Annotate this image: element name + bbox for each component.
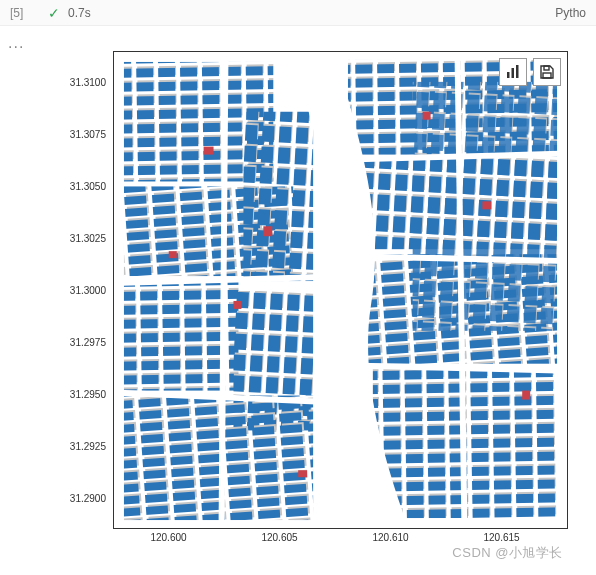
svg-rect-32 (507, 72, 510, 78)
cell-gutter-menu[interactable]: ··· (8, 38, 24, 56)
svg-rect-17 (204, 147, 214, 155)
svg-rect-11 (243, 112, 313, 281)
svg-rect-33 (512, 68, 515, 78)
svg-rect-23 (522, 391, 530, 400)
map-plot[interactable] (113, 51, 568, 529)
y-tick-label: 31.3000 (70, 285, 106, 296)
svg-rect-36 (543, 73, 551, 78)
chart-mode-button[interactable] (499, 58, 527, 86)
y-tick-label: 31.3050 (70, 181, 106, 192)
kernel-label: Pytho (555, 6, 586, 20)
svg-rect-35 (544, 66, 549, 70)
y-tick-label: 31.2975 (70, 337, 106, 348)
svg-rect-19 (233, 301, 241, 309)
y-tick-label: 31.2925 (70, 440, 106, 451)
execution-time: 0.7s (68, 6, 91, 20)
svg-rect-10 (124, 396, 313, 520)
cell-header: [5] ✓ 0.7s Pytho (0, 0, 596, 26)
svg-rect-18 (263, 226, 272, 236)
svg-line-25 (114, 277, 323, 283)
svg-rect-34 (516, 65, 519, 78)
y-tick-label: 31.2900 (70, 492, 106, 503)
output-area: 31.3100 31.3075 31.3050 31.3025 31.3000 … (60, 46, 575, 566)
save-button[interactable] (533, 58, 561, 86)
x-tick-label: 120.600 (150, 532, 186, 543)
x-tick-label: 120.610 (372, 532, 408, 543)
y-tick-label: 31.2950 (70, 388, 106, 399)
save-icon (539, 64, 555, 80)
plot-toolbar (499, 58, 561, 86)
svg-rect-24 (169, 251, 177, 258)
svg-rect-20 (298, 470, 307, 477)
svg-rect-22 (482, 201, 491, 209)
y-tick-label: 31.3025 (70, 232, 106, 243)
execution-count: [5] (10, 6, 40, 20)
check-icon: ✓ (48, 5, 60, 21)
x-tick-label: 120.605 (261, 532, 297, 543)
y-axis-ticks: 31.3100 31.3075 31.3050 31.3025 31.3000 … (60, 51, 110, 529)
y-tick-label: 31.3100 (70, 77, 106, 88)
svg-rect-21 (423, 112, 431, 120)
svg-line-27 (222, 52, 226, 528)
y-tick-label: 31.3075 (70, 129, 106, 140)
watermark-text: CSDN @小旭学长 (452, 544, 563, 562)
chart-icon (505, 64, 521, 80)
x-tick-label: 120.615 (483, 532, 519, 543)
